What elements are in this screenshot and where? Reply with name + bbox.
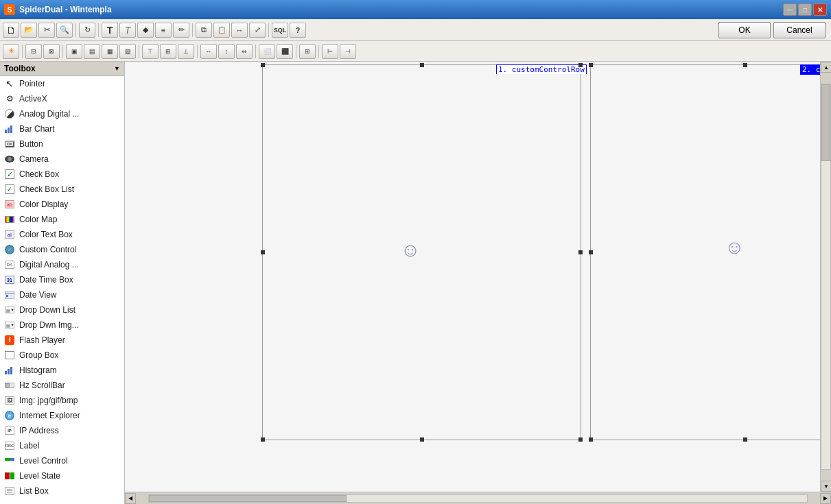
pen-button[interactable]: ✏ [173, 23, 189, 38]
size1-button[interactable]: ▣ [66, 44, 82, 59]
dist3-button[interactable]: ⇔ [236, 44, 253, 59]
toolbox-item-analog[interactable]: Analog Digital ... [0, 106, 124, 121]
canvas-area: 1. customControlRow ☺ [125, 62, 831, 504]
size3-button[interactable]: ▦ [102, 44, 118, 59]
size2-button[interactable]: ▤ [84, 44, 100, 59]
handle2-tl [589, 63, 593, 67]
toolbox-item-barchart[interactable]: Bar Chart [0, 121, 124, 136]
toolbox-item-label[interactable]: RBCLabel [0, 438, 124, 453]
align-top-button[interactable]: ⊤ [142, 44, 159, 59]
sql-button[interactable]: SQL [272, 23, 288, 38]
sep6 [62, 45, 63, 58]
sep11 [318, 45, 319, 58]
toolbox-item-datetimebox[interactable]: 31Date Time Box [0, 272, 124, 287]
toolbox-item-colortextbox[interactable]: aIColor Text Box [0, 227, 124, 242]
toolbox-label-levelstate: Level State [19, 471, 60, 481]
toolbox-item-ie[interactable]: eInternet Explorer [0, 408, 124, 423]
paste-button[interactable]: 📋 [213, 23, 230, 38]
back-button[interactable]: ⬛ [277, 44, 293, 59]
toolbox-label-colormap: Color Map [19, 215, 57, 224]
toolbox-item-dropdownlist[interactable]: ▤▼Drop Down List [0, 302, 124, 317]
copy-button[interactable]: ⧉ [196, 23, 212, 38]
scroll-down-button[interactable]: ▼ [821, 481, 831, 492]
size4-button[interactable]: ▧ [119, 44, 136, 59]
new-button[interactable]: 🗋 [3, 23, 19, 38]
toolbox-icon-datetimebox: 31 [4, 274, 15, 285]
toolbox-item-checkboxlist[interactable]: ✓Check Box List [0, 182, 124, 197]
lines-button[interactable]: ≡ [155, 23, 172, 38]
toolbox-item-dateview[interactable]: Date View [0, 287, 124, 302]
toolbox-item-camera[interactable]: Camera [0, 152, 124, 167]
close-button[interactable]: ✕ [813, 3, 827, 16]
ok-button[interactable]: OK [718, 22, 771, 38]
toolbox-icon-digitalanalog: DA [4, 259, 15, 270]
toolbox-item-image[interactable]: 🖼Img: jpg/gif/bmp [0, 393, 124, 408]
dist1-button[interactable]: ↔ [200, 44, 217, 59]
dist2-button[interactable]: ↕ [218, 44, 235, 59]
toolbox-item-levelcontrol[interactable]: Level Control [0, 453, 124, 468]
align-mid-button[interactable]: ⊞ [160, 44, 176, 59]
tab1-button[interactable]: ⊢ [322, 44, 338, 59]
maximize-button[interactable]: □ [798, 3, 812, 16]
spider-button[interactable]: ✳ [3, 44, 19, 59]
move-button[interactable]: ↔ [231, 23, 248, 38]
toolbox-item-hzscrollbar[interactable]: Hz ScrollBar [0, 378, 124, 393]
toolbox-item-ipaddress[interactable]: IPIP Address [0, 423, 124, 438]
toolbox-item-customcontrol[interactable]: Custom Control [0, 242, 124, 257]
toolbox-item-colormap[interactable]: Color Map [0, 212, 124, 227]
toolbox-item-listbox[interactable]: List Box [0, 483, 124, 499]
toolbox-item-groupbox[interactable]: Group Box [0, 348, 124, 363]
minimize-button[interactable]: ─ [783, 3, 797, 16]
cut-button[interactable]: ✂ [38, 23, 55, 38]
v-scroll-track[interactable] [821, 84, 831, 470]
toolbox-scroll[interactable]: ↖Pointer⚙ActiveXAnalog Digital ...Bar Ch… [0, 76, 124, 504]
toolbox-item-checkbox[interactable]: ✓Check Box [0, 167, 124, 182]
panel1-header: 1. customControlRow [496, 64, 587, 74]
toolbox-label-customcontrol: Custom Control [19, 245, 76, 254]
align-bot-button[interactable]: ⊥ [178, 44, 194, 59]
toolbox-icon-checkboxlist: ✓ [4, 184, 15, 195]
toolbox-item-digitalanalog[interactable]: DADigital Analog ... [0, 257, 124, 272]
toolbox-item-levelstate[interactable]: Level State [0, 468, 124, 483]
horizontal-scrollbar[interactable]: ◀ ▶ [125, 492, 831, 504]
toolbox-item-activex[interactable]: ⚙ActiveX [0, 91, 124, 106]
cancel-button[interactable]: Cancel [773, 22, 826, 38]
toolbox-item-button[interactable]: OKButton [0, 136, 124, 152]
toolbox-item-histogram[interactable]: Histogram [0, 363, 124, 378]
svg-rect-10 [5, 458, 10, 461]
toolbox-label-activex: ActiveX [19, 94, 47, 104]
help-button[interactable]: ? [290, 23, 306, 38]
scroll-right-button[interactable]: ▶ [820, 493, 831, 504]
text-bold-button[interactable]: T [102, 23, 118, 38]
text-italic-button[interactable]: T [119, 23, 136, 38]
panel2-header: 2. customControlCol [800, 64, 820, 75]
toolbox-item-flashplayer[interactable]: fFlash Player [0, 333, 124, 348]
window-controls: ─ □ ✕ [783, 3, 827, 16]
front-button[interactable]: ⬜ [259, 44, 275, 59]
align-l1-button[interactable]: ⊟ [25, 44, 42, 59]
find-button[interactable]: 🔍 [56, 23, 73, 38]
toolbox-item-dropdownimg[interactable]: ▤▼Drop Dwn Img... [0, 317, 124, 333]
canvas-inner: 1. customControlRow ☺ [125, 62, 820, 492]
canvas-scroll-area[interactable]: 1. customControlRow ☺ [125, 62, 820, 492]
toolbox-item-pointer[interactable]: ↖Pointer [0, 76, 124, 91]
sep1 [75, 23, 76, 37]
scroll-up-button[interactable]: ▲ [821, 62, 831, 73]
toolbox-icon-image: 🖼 [4, 395, 15, 406]
canvas-with-scroll: 1. customControlRow ☺ [125, 62, 831, 492]
refresh-button[interactable]: ↻ [79, 23, 95, 38]
tab2-button[interactable]: ⊣ [340, 44, 356, 59]
h-scroll-track[interactable] [148, 494, 808, 503]
toolbox-item-colordisplay[interactable]: abColor Display [0, 197, 124, 212]
fill-button[interactable]: ◆ [137, 23, 154, 38]
scroll-left-button[interactable]: ◀ [125, 493, 136, 504]
v-scroll-thumb[interactable] [821, 84, 830, 161]
group-button[interactable]: ⊞ [299, 44, 316, 59]
handle2-tc [743, 63, 747, 67]
open-button[interactable]: 📂 [21, 23, 37, 38]
expand-button[interactable]: ⤢ [249, 23, 266, 38]
h-scroll-thumb[interactable] [149, 495, 347, 502]
align-r1-button[interactable]: ⊠ [43, 44, 60, 59]
toolbox-icon-checkbox: ✓ [4, 169, 15, 180]
vertical-scrollbar[interactable]: ▲ ▼ [820, 62, 831, 492]
